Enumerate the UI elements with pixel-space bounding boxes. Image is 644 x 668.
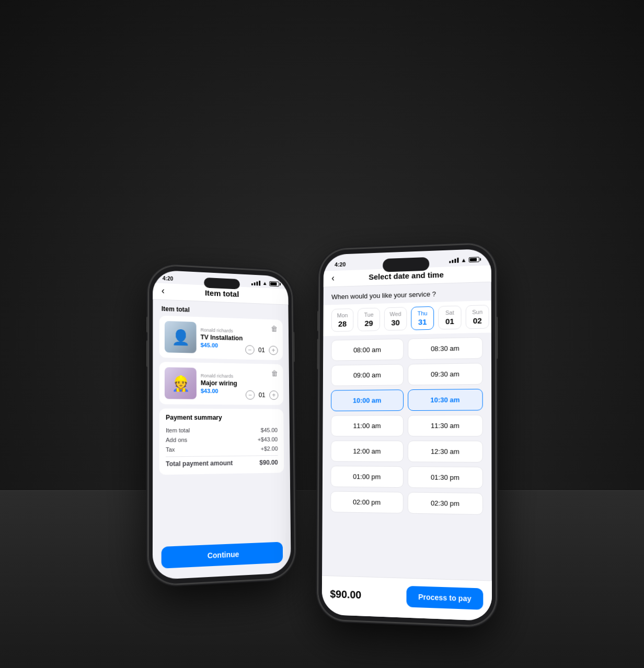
time-slot-11[interactable]: 01:30 pm <box>408 466 483 489</box>
dynamic-island-left <box>204 278 240 290</box>
time-slot-13[interactable]: 02:30 pm <box>408 492 483 515</box>
date-scroller: Mon 28 Tue 29 Wed 30 Thu 31 Sat 01 <box>323 301 491 336</box>
date-tue[interactable]: Tue 29 <box>358 308 380 331</box>
page-title-right: Select date and time <box>369 270 444 282</box>
right-phone: 4:20 ▲ ‹ Select date and <box>318 243 496 627</box>
payment-row-item: Item total $45.00 <box>166 425 278 435</box>
item-card-tv: Ronald richards TV Installation $45.00 🗑… <box>159 316 283 361</box>
item-image-tv <box>165 321 197 353</box>
date-num-thu: 31 <box>418 317 427 326</box>
time-slot-3[interactable]: 09:30 am <box>408 363 483 385</box>
time-right: 4:20 <box>335 261 346 268</box>
item-name-wiring: Major wiring <box>201 379 278 388</box>
time-slot-4[interactable]: 10:00 am <box>331 389 404 411</box>
delete-icon-tv[interactable]: 🗑 <box>271 325 278 333</box>
dynamic-island-right <box>383 257 429 272</box>
payment-row-total: Total payment amount $90.00 <box>166 455 278 469</box>
left-phone-screen: 4:20 ▲ ‹ Item total <box>153 270 291 580</box>
payment-label-tax: Tax <box>166 446 175 453</box>
payment-value-item: $45.00 <box>261 427 278 433</box>
total-price: $90.00 <box>330 588 361 601</box>
date-day-wed: Wed <box>390 310 401 317</box>
date-num-tue: 29 <box>364 319 373 328</box>
item-qty-tv: − 01 + <box>245 345 278 355</box>
tv-image <box>165 321 197 353</box>
delete-icon-wiring[interactable]: 🗑 <box>271 369 278 377</box>
wifi-icon-right: ▲ <box>461 257 467 263</box>
date-day-tue: Tue <box>364 312 373 318</box>
time-grid: 08:00 am08:30 am09:00 am09:30 am10:00 am… <box>323 332 492 519</box>
signal-icon-right <box>449 258 458 263</box>
time-slot-6[interactable]: 11:00 am <box>331 415 404 436</box>
date-num-wed: 30 <box>391 318 400 327</box>
date-day-thu: Thu <box>418 310 428 316</box>
status-icons-right: ▲ <box>449 256 479 263</box>
qty-value-tv: 01 <box>258 347 265 354</box>
date-num-sat: 01 <box>445 317 454 326</box>
date-sat[interactable]: Sat 01 <box>438 306 461 330</box>
qty-plus-wiring[interactable]: + <box>269 390 278 400</box>
time-slot-0[interactable]: 08:00 am <box>331 339 404 361</box>
time-slot-9[interactable]: 12:30 am <box>408 441 483 463</box>
date-sun[interactable]: Sun 02 <box>466 305 489 329</box>
date-wed[interactable]: Wed 30 <box>384 307 407 331</box>
item-qty-wiring: − 01 + <box>245 390 278 400</box>
payment-label-total: Total payment amount <box>166 459 233 468</box>
time-slot-10[interactable]: 01:00 pm <box>330 466 404 488</box>
right-phone-screen: 4:20 ▲ ‹ Select date and <box>322 249 492 621</box>
payment-summary: Payment summary Item total $45.00 Add on… <box>159 408 284 475</box>
date-mon[interactable]: Mon 28 <box>331 308 354 332</box>
battery-icon-right <box>469 257 479 262</box>
time-slot-2[interactable]: 09:00 am <box>331 364 404 386</box>
left-phone: 4:20 ▲ ‹ Item total <box>148 264 295 586</box>
back-button-right[interactable]: ‹ <box>331 273 335 284</box>
time-slot-8[interactable]: 12:00 am <box>331 441 404 462</box>
payment-value-tax: +$2.00 <box>261 445 278 452</box>
item-image-wiring <box>165 367 197 399</box>
time-slot-1[interactable]: 08:30 am <box>408 337 482 360</box>
bottom-bar: $90.00 Process to pay <box>322 575 492 621</box>
time-slot-5[interactable]: 10:30 am <box>408 389 483 411</box>
qty-minus-wiring[interactable]: − <box>245 390 255 400</box>
date-day-mon: Mon <box>337 312 348 318</box>
item-name-tv: TV Installation <box>201 333 278 343</box>
payment-row-tax: Tax +$2.00 <box>166 444 278 454</box>
time-left: 4:20 <box>163 275 173 282</box>
signal-icon <box>251 280 260 285</box>
payment-label-item: Item total <box>166 427 190 433</box>
date-num-sun: 02 <box>473 316 482 325</box>
payment-value-addons: +$43.00 <box>258 436 278 443</box>
time-slot-12[interactable]: 02:00 pm <box>330 491 404 513</box>
qty-minus-tv[interactable]: − <box>245 345 255 354</box>
process-to-pay-button[interactable]: Process to pay <box>407 586 483 610</box>
date-thu[interactable]: Thu 31 <box>411 306 434 330</box>
payment-summary-title: Payment summary <box>166 414 278 421</box>
payment-label-addons: Add ons <box>166 436 187 443</box>
item-provider-wiring: Ronald richards <box>201 373 278 379</box>
item-card-wiring: Ronald richards Major wiring $43.00 🗑 − … <box>159 362 283 405</box>
back-button-left[interactable]: ‹ <box>162 285 165 296</box>
continue-button[interactable]: Continue <box>162 542 283 569</box>
wifi-icon: ▲ <box>262 280 268 286</box>
time-slot-7[interactable]: 11:30 am <box>408 414 483 436</box>
qty-value-wiring: 01 <box>259 391 266 399</box>
page-title-left: Item total <box>205 289 239 298</box>
date-num-mon: 28 <box>338 319 347 328</box>
payment-row-addons: Add ons +$43.00 <box>166 435 278 445</box>
wiring-image <box>165 367 197 399</box>
status-icons-left: ▲ <box>251 280 279 286</box>
battery-icon <box>269 281 279 286</box>
date-day-sat: Sat <box>445 309 454 316</box>
payment-value-total: $90.00 <box>259 459 278 466</box>
qty-plus-tv[interactable]: + <box>269 345 278 355</box>
date-day-sun: Sun <box>472 308 482 315</box>
